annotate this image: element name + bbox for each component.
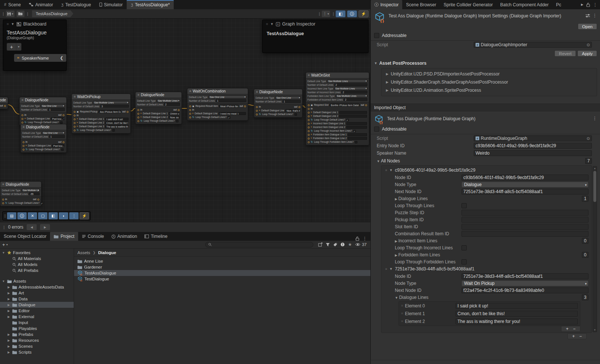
object-field[interactable]: Meat (Pickup Item Data) bbox=[219, 105, 239, 108]
search-by-label-icon[interactable] bbox=[333, 243, 337, 247]
asset-item-testdialogue[interactable]: {}TestDialogue bbox=[74, 276, 370, 282]
field-input[interactable]: 2 bbox=[341, 91, 367, 94]
asset-postprocessors-foldout[interactable]: ▼ Asset PostProcessors bbox=[371, 59, 600, 67]
foldout-closed-icon[interactable]: ▶ bbox=[7, 309, 11, 313]
port-icon[interactable] bbox=[189, 117, 191, 118]
dialogue-line-input[interactable]: Nice, that's it! bbox=[286, 109, 300, 112]
node-checkbox[interactable]: ✓ bbox=[41, 202, 43, 205]
port-icon[interactable] bbox=[189, 105, 191, 107]
tree-item-data[interactable]: ▶Data bbox=[0, 296, 74, 302]
node-entry-header[interactable]: ≡▼c93b5606-401f-49a2-99b5-9ecbf1fa9c29 bbox=[381, 166, 590, 174]
graph-inspector-panel[interactable]: = ▼ i Graph Inspector TestAssDialogue bbox=[262, 20, 369, 53]
remove-element-button[interactable]: − bbox=[579, 334, 582, 339]
graph-node-waitonslot[interactable]: ≡WaitOnSlotDefault Line TypeSay Multiple… bbox=[306, 72, 369, 145]
info-button[interactable]: i bbox=[17, 212, 27, 219]
graph-node-dialoguenode[interactable]: ≡DialogueNodeDefault Line TypeSay One Li… bbox=[20, 124, 67, 153]
node-checkbox[interactable] bbox=[355, 141, 357, 144]
breadcrumb-root[interactable]: Assets bbox=[77, 250, 90, 255]
scrollbar[interactable]: ▲ ▼ bbox=[593, 166, 597, 332]
tab-console[interactable]: Console bbox=[78, 232, 108, 241]
element-value-field[interactable]: I said pick it up! bbox=[456, 303, 578, 309]
port-icon[interactable] bbox=[137, 113, 139, 115]
editor-tab-testassdialogue[interactable]: ʒTestAssDialogue* bbox=[127, 0, 174, 9]
port-icon[interactable] bbox=[137, 117, 139, 118]
graph-node-dialoguenode[interactable]: ≡DialogueNodeDefault Line TypeSay Multip… bbox=[0, 181, 41, 206]
field-dropdown[interactable]: Say One Line▾ bbox=[275, 96, 301, 99]
inspector-tab-batch-component-adder[interactable]: Batch Component Adder bbox=[496, 0, 552, 9]
port-icon[interactable] bbox=[21, 122, 23, 124]
port-icon[interactable] bbox=[256, 106, 258, 108]
node-title[interactable]: ≡WaitOnPickup bbox=[72, 94, 130, 100]
field-input[interactable]: 2 bbox=[164, 103, 180, 106]
dialogue-line-input[interactable]: The ass is waiting there for you! bbox=[105, 125, 129, 128]
field-label[interactable]: ▶ Forbidden Item Lines bbox=[395, 252, 460, 257]
port-icon[interactable] bbox=[74, 115, 76, 117]
port-icon[interactable] bbox=[23, 145, 24, 147]
save-graph-button[interactable]: ▾ bbox=[6, 10, 15, 17]
tree-item-scripts[interactable]: ▶Scripts bbox=[0, 349, 74, 355]
node-checkbox[interactable] bbox=[61, 148, 64, 151]
toggle-preview-button[interactable]: ⚡ bbox=[359, 10, 369, 17]
open-search-window-icon[interactable] bbox=[318, 242, 323, 247]
field-input[interactable]: 1 bbox=[49, 135, 65, 138]
object-field[interactable]: Bonfire (Pickup Item Data) bbox=[330, 104, 360, 107]
foldout-open-icon[interactable]: ▼ bbox=[1, 280, 6, 283]
more-button[interactable]: ⋮ bbox=[69, 212, 79, 219]
foldout-closed-icon[interactable]: ▶ bbox=[7, 333, 11, 336]
node-title[interactable]: ≡DialogueNode bbox=[21, 124, 66, 130]
dialogue-line-input[interactable] bbox=[339, 115, 367, 118]
text-field[interactable]: 7251e73e-38d3-44ff-a8c5-bcf54088aaf1 bbox=[461, 189, 589, 195]
drag-handle-icon[interactable]: || bbox=[3, 225, 5, 229]
foldout-closed-icon[interactable]: ▶ bbox=[7, 286, 11, 289]
all-nodes-count[interactable]: 7 bbox=[585, 158, 592, 164]
field-dropdown[interactable]: Say Multiple Lines▾ bbox=[21, 189, 40, 192]
port-icon[interactable] bbox=[308, 123, 310, 125]
tree-item-all-prefabs[interactable]: All Prefabs bbox=[0, 267, 74, 273]
tree-item-prefabs[interactable]: ▶Prefabs bbox=[0, 331, 74, 337]
array-size-field[interactable]: 0 bbox=[582, 238, 589, 244]
postprocessor-item[interactable]: ▶UnityEditor.U2D.PSD.PSDImporterAssetPos… bbox=[381, 70, 597, 78]
element-value-field[interactable]: Cmon, don't be like this! bbox=[456, 311, 578, 317]
port-icon[interactable] bbox=[21, 118, 23, 120]
kebab-icon[interactable]: ⋮ bbox=[593, 116, 597, 121]
editor-tab-animator[interactable]: Animator bbox=[25, 0, 57, 9]
postprocessor-item[interactable]: ▶UnityEditor.ShaderGraph.ShaderGraphAsse… bbox=[381, 78, 597, 86]
apply-button[interactable]: Apply bbox=[577, 50, 597, 57]
load-graph-button[interactable]: ↓ bbox=[16, 10, 25, 17]
foldout-closed-icon[interactable]: ▶ bbox=[7, 303, 11, 307]
array-size-field[interactable]: 3 bbox=[582, 294, 589, 300]
port-icon[interactable] bbox=[365, 104, 367, 106]
port-icon[interactable] bbox=[308, 112, 310, 114]
next-error-button[interactable]: ▶ bbox=[40, 224, 50, 230]
tree-item-playables[interactable]: Playables bbox=[0, 326, 74, 331]
search-by-type-icon[interactable] bbox=[326, 243, 330, 247]
project-search-input[interactable] bbox=[213, 242, 310, 247]
tree-item-editor[interactable]: ▶Editor bbox=[0, 308, 74, 314]
dialogue-line-input[interactable] bbox=[348, 133, 367, 136]
add-element-button[interactable]: + bbox=[566, 327, 569, 331]
port-icon[interactable] bbox=[63, 141, 64, 143]
import-log-icon[interactable] bbox=[340, 242, 345, 247]
collapse-icon[interactable]: ▼ bbox=[270, 22, 274, 26]
array-size-field[interactable]: 0 bbox=[582, 252, 589, 258]
tree-item-addressableassetsdata[interactable]: ▶AddressableAssetsData bbox=[0, 284, 74, 290]
element-value-field[interactable]: The ass is waiting there for you! bbox=[456, 318, 578, 324]
tree-item-input[interactable]: Input bbox=[0, 320, 74, 326]
dialogue-line-input[interactable]: I said pick it up! bbox=[105, 118, 129, 121]
dialogue-line-input[interactable] bbox=[346, 126, 367, 129]
field-input[interactable]: 1 bbox=[216, 99, 246, 102]
port-icon[interactable] bbox=[308, 138, 310, 139]
field-input[interactable]: 2 bbox=[334, 83, 367, 86]
tree-item-all-models[interactable]: All Models bbox=[0, 262, 74, 267]
port-icon[interactable] bbox=[63, 114, 64, 116]
node-title[interactable]: ≡DialogueNode bbox=[0, 182, 41, 188]
transition-button[interactable]: ◗ bbox=[59, 212, 68, 219]
graph-node-waitonpickup[interactable]: ≡WaitOnPickupDefault Line TypeSay Multip… bbox=[71, 94, 131, 134]
tab-project[interactable]: Project bbox=[50, 232, 78, 241]
node-title[interactable]: ≡DialogueNode bbox=[20, 97, 66, 103]
dialogue-line-input[interactable] bbox=[348, 137, 367, 140]
port-icon[interactable] bbox=[308, 108, 310, 110]
foldout-closed-icon[interactable]: ▶ bbox=[7, 345, 11, 348]
addressable-checkbox[interactable] bbox=[374, 33, 379, 38]
port-icon[interactable] bbox=[308, 119, 310, 121]
